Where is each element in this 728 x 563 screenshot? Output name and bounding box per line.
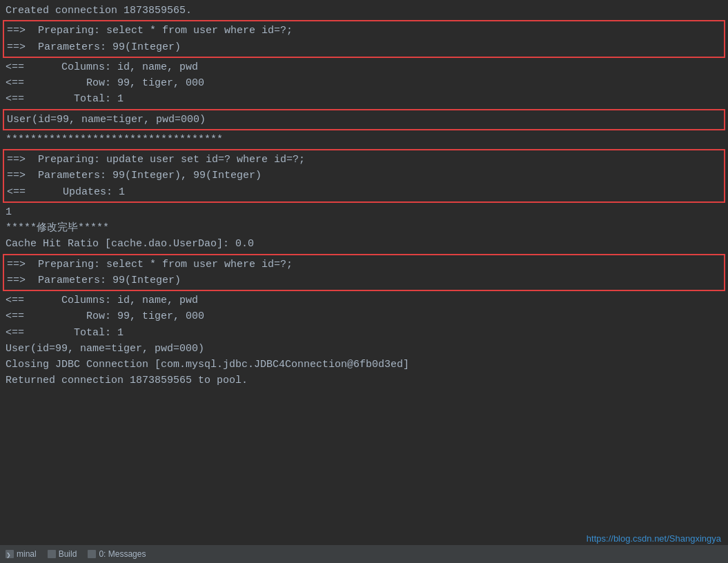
messages-label: 0: Messages — [99, 549, 146, 559]
console-line: <== Row: 99, tiger, 000 — [0, 75, 728, 91]
console-line: *****修改完毕***** — [0, 220, 728, 236]
console-line: User(id=99, name=tiger, pwd=000) — [7, 112, 721, 128]
console-line: <== Columns: id, name, pwd — [0, 59, 728, 75]
highlight-box-1: ==> Preparing: select * from user where … — [3, 20, 725, 58]
console-line: User(id=99, name=tiger, pwd=000) — [0, 341, 728, 357]
console-line: 1 — [0, 204, 728, 220]
console-line: <== Row: 99, tiger, 000 — [0, 308, 728, 324]
console-line: Cache Hit Ratio [cache.dao.UserDao]: 0.0 — [0, 236, 728, 252]
console-line: <== Total: 1 — [0, 91, 728, 107]
build-label: Build — [59, 549, 77, 559]
console-line: <== Updates: 1 — [7, 184, 721, 200]
console-line: <== Columns: id, name, pwd — [0, 293, 728, 308]
console-line: Closing JDBC Connection [com.mysql.jdbc.… — [0, 357, 728, 373]
highlight-box-2: User(id=99, name=tiger, pwd=000) — [3, 109, 725, 130]
messages-icon — [88, 550, 96, 558]
svg-rect-2 — [48, 550, 56, 558]
svg-text:❯: ❯ — [6, 552, 11, 558]
console-line: Returned connection 1873859565 to pool. — [0, 373, 728, 388]
build-icon — [48, 550, 56, 558]
console-output: Created connection 1873859565. ==> Prepa… — [0, 0, 728, 392]
terminal-label: minal — [17, 549, 37, 559]
svg-rect-3 — [88, 550, 96, 558]
url-bar: https://blog.csdn.net/Shangxingya — [587, 533, 721, 544]
terminal-icon: ❯ — [6, 550, 14, 558]
console-line: ==> Parameters: 99(Integer) — [7, 39, 721, 55]
highlight-box-4: ==> Preparing: select * from user where … — [3, 254, 725, 292]
console-line: ==> Preparing: select * from user where … — [7, 23, 721, 39]
bottom-messages[interactable]: 0: Messages — [88, 549, 146, 559]
console-line: *********************************** — [0, 132, 728, 148]
bottom-build[interactable]: Build — [48, 549, 77, 559]
highlight-box-3: ==> Preparing: update user set id=? wher… — [3, 149, 725, 203]
console-line: ==> Parameters: 99(Integer) — [7, 273, 721, 288]
bottom-bar: ❯ minal Build 0: Messages — [0, 545, 728, 563]
console-line: ==> Preparing: update user set id=? wher… — [7, 152, 721, 168]
console-line: ==> Preparing: select * from user where … — [7, 257, 721, 273]
console-line: <== Total: 1 — [0, 325, 728, 341]
console-line: Created connection 1873859565. — [0, 3, 728, 19]
console-line: ==> Parameters: 99(Integer), 99(Integer) — [7, 168, 721, 184]
bottom-terminal[interactable]: ❯ minal — [6, 549, 37, 559]
